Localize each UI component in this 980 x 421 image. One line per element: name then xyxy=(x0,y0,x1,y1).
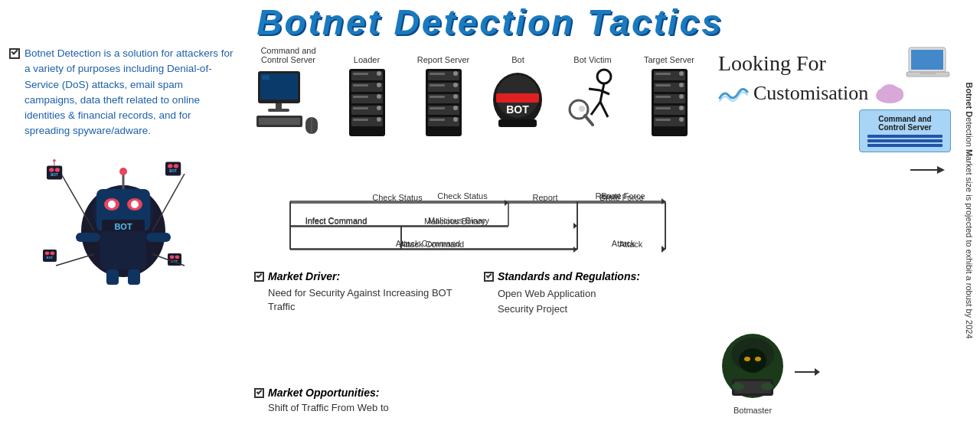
svg-rect-58 xyxy=(353,107,368,109)
svg-text:Infect Command: Infect Command xyxy=(305,217,368,226)
standards-header: Standards and Regulations: xyxy=(484,270,701,282)
svg-line-34 xyxy=(62,175,94,231)
market-opps-checkbox xyxy=(254,388,264,398)
svg-point-75 xyxy=(453,106,458,110)
cmd-control-area: Command and Control Server xyxy=(718,109,951,152)
svg-rect-12 xyxy=(76,233,100,242)
bot-victim-icon xyxy=(562,67,623,136)
svg-rect-68 xyxy=(430,84,445,86)
svg-text:Attack: Attack xyxy=(619,240,643,249)
server-label: Bot Victim xyxy=(573,44,611,64)
flow-arrow xyxy=(906,158,945,181)
svg-marker-165 xyxy=(815,368,820,376)
svg-point-59 xyxy=(377,106,381,110)
botmaster-icon xyxy=(718,331,787,404)
svg-point-8 xyxy=(119,168,127,175)
standards-line1: Open Web Application xyxy=(498,288,596,299)
report-server-icon xyxy=(423,67,465,140)
svg-rect-13 xyxy=(146,233,171,242)
svg-point-92 xyxy=(579,106,585,112)
svg-rect-49 xyxy=(353,73,368,75)
market-driver-checkbox xyxy=(254,272,264,282)
svg-rect-40 xyxy=(262,75,270,80)
server-label: Report Server xyxy=(417,44,469,64)
server-item-cmd: Command and Control Server xyxy=(248,44,328,144)
svg-point-66 xyxy=(453,71,458,76)
svg-rect-101 xyxy=(655,96,671,98)
customisation-row: Customisation xyxy=(718,82,951,105)
server-label: Bot xyxy=(511,44,524,64)
svg-rect-52 xyxy=(353,84,368,86)
flow-svg: Check Status Report x Infect Command Mal… xyxy=(248,192,707,261)
bot-svg: BOT BOT xyxy=(39,147,207,289)
bot-icon: BOT xyxy=(489,67,547,136)
svg-rect-74 xyxy=(430,107,445,109)
cmd-server-icon xyxy=(254,67,323,144)
svg-rect-83 xyxy=(498,119,537,127)
svg-line-35 xyxy=(56,254,94,266)
bot-image-area: BOT BOT xyxy=(9,147,237,289)
svg-point-105 xyxy=(679,106,684,110)
server-item-target: Target Server xyxy=(631,44,707,140)
wave-icon xyxy=(718,84,749,103)
customisation-text: Customisation xyxy=(753,82,868,105)
rotated-brand: Botnet Detection Market size is projecte… xyxy=(965,82,974,338)
cmd-control-lines xyxy=(867,135,942,147)
laptop-icon xyxy=(905,46,951,80)
bottom-section: Market Driver: Need for Security Against… xyxy=(248,267,707,387)
market-driver-content: Need for Security Against Increasing BOT… xyxy=(254,286,472,314)
svg-point-163 xyxy=(761,383,773,390)
svg-point-78 xyxy=(453,117,458,122)
left-panel: Botnet Detection is a solution for attac… xyxy=(6,43,243,418)
description-box: Botnet Detection is a solution for attac… xyxy=(9,46,237,139)
svg-point-27 xyxy=(168,164,172,168)
right-panel: Looking For Customisation xyxy=(712,43,957,418)
svg-rect-95 xyxy=(655,73,671,75)
svg-point-102 xyxy=(679,94,684,99)
flow-diagram: Check Status Report x Infect Command Mal… xyxy=(248,192,707,264)
server-item-report: Report Server xyxy=(405,44,482,140)
svg-point-5 xyxy=(108,201,116,208)
server-label: Target Server xyxy=(644,44,694,64)
svg-point-69 xyxy=(453,83,458,87)
svg-rect-148 xyxy=(920,72,936,74)
svg-rect-77 xyxy=(430,119,445,121)
looking-for-row: Looking For xyxy=(718,46,951,80)
svg-text:Check Status: Check Status xyxy=(437,192,488,201)
loader-icon xyxy=(346,67,388,140)
svg-text:BOT: BOT xyxy=(114,222,132,231)
description-text: Botnet Detection is a solution for attac… xyxy=(24,46,237,139)
market-driver-header: Market Driver: xyxy=(254,270,472,282)
cloud-icon xyxy=(873,82,907,105)
botmaster-label: Botmaster xyxy=(733,406,772,415)
svg-point-31 xyxy=(170,255,175,259)
svg-point-159 xyxy=(755,357,761,361)
svg-point-17 xyxy=(49,168,54,171)
svg-line-89 xyxy=(600,102,608,117)
svg-rect-98 xyxy=(655,84,671,86)
svg-rect-16 xyxy=(47,165,62,179)
svg-point-32 xyxy=(175,255,180,259)
svg-text:Attack Command: Attack Command xyxy=(400,240,464,249)
svg-rect-71 xyxy=(430,96,445,98)
market-opps-section: Market Opportunities: Shift of Traffic F… xyxy=(248,387,707,418)
svg-point-99 xyxy=(679,83,684,87)
svg-rect-42 xyxy=(268,109,289,112)
svg-line-91 xyxy=(585,116,593,125)
svg-point-21 xyxy=(53,158,56,162)
rotated-text-area: Botnet Detection Market size is projecte… xyxy=(959,0,980,421)
server-item-bot: Bot BOT xyxy=(482,44,554,136)
svg-point-28 xyxy=(174,164,178,168)
standards-checkbox xyxy=(484,272,494,282)
botmaster-arrow xyxy=(793,364,820,380)
svg-text:Malicious Binary: Malicious Binary xyxy=(424,217,486,226)
svg-point-84 xyxy=(597,70,611,83)
svg-point-24 xyxy=(51,251,55,255)
svg-point-158 xyxy=(744,357,750,361)
svg-rect-61 xyxy=(353,119,368,121)
svg-rect-26 xyxy=(165,162,181,175)
server-label: Command and Control Server xyxy=(248,44,328,64)
svg-point-162 xyxy=(732,383,744,390)
center-panel: Command and Control Server xyxy=(243,43,712,418)
server-item-victim: Bot Victim xyxy=(554,44,631,136)
